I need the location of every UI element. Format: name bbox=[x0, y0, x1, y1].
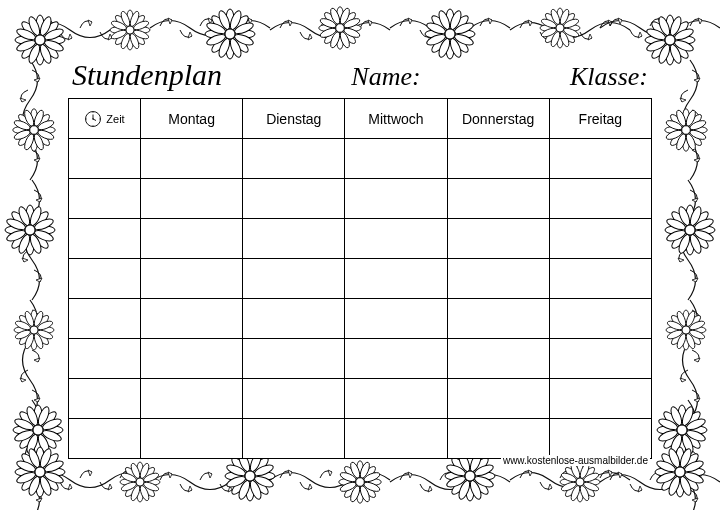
day-header-fri: Freitag bbox=[549, 99, 651, 139]
schedule-cell bbox=[549, 299, 651, 339]
schedule-cell bbox=[141, 259, 243, 299]
schedule-cell bbox=[345, 219, 447, 259]
schedule-cell bbox=[243, 299, 345, 339]
name-field-group: Name: bbox=[250, 62, 522, 92]
time-cell bbox=[69, 299, 141, 339]
timetable-page: Stundenplan Name: Klasse: bbox=[0, 0, 720, 510]
table-row bbox=[69, 179, 652, 219]
schedule-cell bbox=[345, 339, 447, 379]
schedule-cell bbox=[141, 379, 243, 419]
schedule-cell bbox=[549, 179, 651, 219]
schedule-cell bbox=[549, 419, 651, 459]
source-url: www.kostenlose-ausmalbilder.de bbox=[501, 455, 650, 466]
schedule-cell bbox=[549, 379, 651, 419]
class-field-group: Klasse: bbox=[570, 62, 648, 92]
time-cell bbox=[69, 259, 141, 299]
table-row bbox=[69, 419, 652, 459]
svg-point-21 bbox=[93, 118, 95, 120]
schedule-cell bbox=[141, 339, 243, 379]
class-label: Klasse: bbox=[570, 62, 648, 91]
time-header-label: Zeit bbox=[106, 113, 124, 125]
time-cell bbox=[69, 179, 141, 219]
schedule-cell bbox=[141, 179, 243, 219]
timetable: Zeit Montag Dienstag Mittwoch Donnerstag… bbox=[68, 98, 652, 459]
time-column-header: Zeit bbox=[69, 99, 141, 139]
schedule-cell bbox=[549, 339, 651, 379]
schedule-cell bbox=[243, 379, 345, 419]
schedule-cell bbox=[447, 299, 549, 339]
header-row: Stundenplan Name: Klasse: bbox=[68, 58, 652, 92]
table-row bbox=[69, 219, 652, 259]
schedule-cell bbox=[447, 179, 549, 219]
name-label: Name: bbox=[351, 62, 420, 91]
schedule-cell bbox=[447, 379, 549, 419]
schedule-cell bbox=[243, 419, 345, 459]
time-cell bbox=[69, 339, 141, 379]
schedule-cell bbox=[447, 139, 549, 179]
schedule-cell bbox=[549, 219, 651, 259]
time-cell bbox=[69, 379, 141, 419]
schedule-cell bbox=[345, 139, 447, 179]
schedule-cell bbox=[345, 419, 447, 459]
schedule-cell bbox=[345, 299, 447, 339]
schedule-cell bbox=[141, 219, 243, 259]
schedule-cell bbox=[549, 259, 651, 299]
day-header-wed: Mittwoch bbox=[345, 99, 447, 139]
content-area: Stundenplan Name: Klasse: bbox=[68, 58, 652, 452]
schedule-cell bbox=[447, 259, 549, 299]
schedule-cell bbox=[345, 379, 447, 419]
schedule-cell bbox=[447, 219, 549, 259]
table-row bbox=[69, 339, 652, 379]
table-row bbox=[69, 379, 652, 419]
table-row bbox=[69, 259, 652, 299]
table-header-row: Zeit Montag Dienstag Mittwoch Donnerstag… bbox=[69, 99, 652, 139]
page-title: Stundenplan bbox=[72, 58, 222, 92]
day-header-mon: Montag bbox=[141, 99, 243, 139]
time-cell bbox=[69, 419, 141, 459]
clock-icon bbox=[84, 110, 102, 128]
schedule-cell bbox=[345, 179, 447, 219]
table-row bbox=[69, 299, 652, 339]
schedule-cell bbox=[243, 139, 345, 179]
schedule-cell bbox=[141, 139, 243, 179]
schedule-cell bbox=[345, 259, 447, 299]
day-header-tue: Dienstag bbox=[243, 99, 345, 139]
schedule-cell bbox=[243, 179, 345, 219]
time-cell bbox=[69, 219, 141, 259]
schedule-cell bbox=[549, 139, 651, 179]
schedule-cell bbox=[447, 339, 549, 379]
schedule-cell bbox=[447, 419, 549, 459]
schedule-cell bbox=[243, 339, 345, 379]
schedule-cell bbox=[243, 219, 345, 259]
schedule-cell bbox=[141, 419, 243, 459]
table-row bbox=[69, 139, 652, 179]
schedule-cell bbox=[141, 299, 243, 339]
day-header-thu: Donnerstag bbox=[447, 99, 549, 139]
time-cell bbox=[69, 139, 141, 179]
schedule-cell bbox=[243, 259, 345, 299]
